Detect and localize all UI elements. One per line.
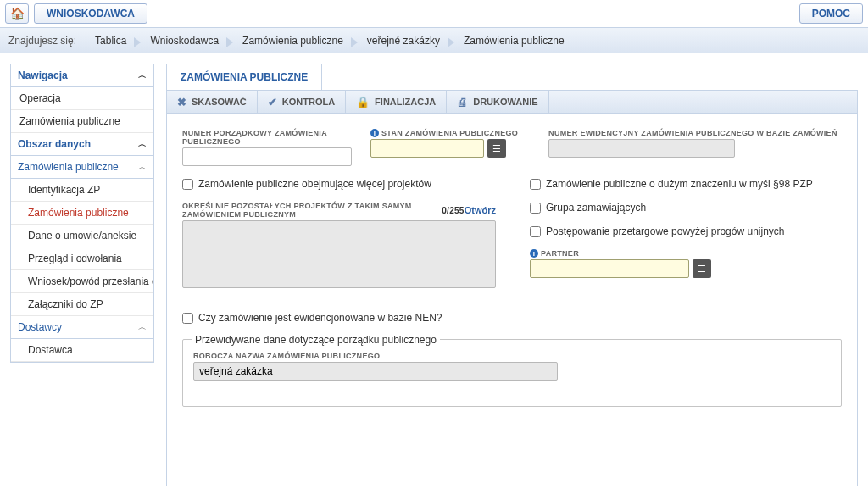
checkbox-group-label: Grupa zamawiających: [546, 202, 646, 214]
lookup-state-button[interactable]: ☰: [487, 139, 506, 158]
sidebar-subitem-reason[interactable]: Wniosek/powód przesłania do UOł: [11, 270, 153, 293]
help-button[interactable]: POMOC: [799, 3, 863, 24]
home-button[interactable]: 🏠: [5, 3, 29, 24]
checkbox-tender-above-label: Postępowanie przetargowe powyżej progów …: [546, 225, 785, 237]
sidebar-section-data-area[interactable]: Obszar danych ︿: [11, 133, 153, 156]
char-count: 0/255: [442, 206, 465, 215]
check-icon: ✔: [268, 96, 277, 108]
fieldset-legend: Przewidywane dane dotyczące porządku pub…: [192, 334, 440, 346]
sidebar-subitem-supplier[interactable]: Dostawca: [11, 339, 153, 362]
sidebar-subitem-attachments[interactable]: Załączniki do ZP: [11, 293, 153, 316]
checkbox-more-projects[interactable]: Zamówienie publiczne obejmujące więcej p…: [182, 178, 496, 190]
label-partner: i PARTNER: [530, 249, 842, 258]
chevron-up-icon: ︿: [138, 69, 147, 81]
toolbar-delete[interactable]: ✖ SKASOWAĆ: [167, 91, 258, 113]
breadcrumb: Znajdujesz się: Tablica Wnioskodawca Zam…: [0, 28, 868, 53]
sidebar-subitem-id-zp[interactable]: Identyfikacja ZP: [11, 179, 153, 202]
input-order-number[interactable]: [182, 147, 352, 166]
main: ZAMÓWIENIA PUBLICZNE ✖ SKASOWAĆ ✔ KONTRO…: [166, 64, 858, 486]
sidebar-zp-label: Zamówienia publiczne: [18, 161, 119, 173]
textarea-other-projects: [182, 220, 496, 288]
chevron-up-icon: ︿: [138, 161, 147, 173]
sidebar-item-operation[interactable]: Operacja: [11, 87, 153, 110]
info-icon: i: [370, 129, 379, 137]
checkbox-tender-above-input[interactable]: [530, 226, 541, 237]
info-icon: i: [530, 249, 538, 258]
lookup-partner-button[interactable]: ☰: [693, 259, 711, 278]
breadcrumb-label: Znajdujesz się:: [8, 35, 76, 47]
toolbar-print[interactable]: 🖨 DRUKOWANIE: [447, 91, 548, 113]
breadcrumb-item[interactable]: veřejné zakázky: [357, 35, 453, 47]
toolbar: ✖ SKASOWAĆ ✔ KONTROLA 🔒 FINALIZACJA 🖨 DR…: [166, 90, 858, 114]
tab-zp[interactable]: ZAMÓWIENIA PUBLICZNE: [166, 64, 322, 90]
input-state[interactable]: [370, 139, 484, 158]
checkbox-nen-label: Czy zamówienie jest ewidencjonowane w ba…: [198, 312, 442, 324]
toolbar-finalize[interactable]: 🔒 FINALIZACJA: [346, 91, 447, 113]
top-bar: 🏠 WNIOSKODAWCA POMOC: [0, 0, 868, 28]
delete-icon: ✖: [177, 96, 186, 108]
sidebar: Nawigacja ︿ Operacja Zamówienia publiczn…: [10, 64, 154, 363]
checkbox-nen[interactable]: Czy zamówienie jest ewidencjonowane w ba…: [182, 312, 496, 324]
sidebar-section-zp[interactable]: Zamówienia publiczne ︿: [11, 156, 153, 179]
fieldset-expected-data: Przewidywane dane dotyczące porządku pub…: [182, 339, 842, 407]
checkbox-tender-above[interactable]: Postępowanie przetargowe powyżej progów …: [530, 225, 842, 237]
checkbox-big-importance-label: Zamówienie publiczne o dużym znaczeniu w…: [546, 178, 813, 190]
toolbar-delete-label: SKASOWAĆ: [192, 97, 247, 107]
sidebar-data-area-label: Obszar danych: [18, 138, 91, 150]
checkbox-group-input[interactable]: [530, 203, 541, 214]
sidebar-subitem-zp[interactable]: Zamówienia publiczne: [11, 202, 153, 225]
breadcrumb-item[interactable]: Wnioskodawca: [140, 35, 232, 47]
print-icon: 🖨: [457, 96, 468, 108]
checkbox-group[interactable]: Grupa zamawiających: [530, 202, 842, 214]
sidebar-item-zp[interactable]: Zamówienia publiczne: [11, 110, 153, 133]
breadcrumb-item[interactable]: Zamówienia publiczne: [453, 35, 578, 47]
breadcrumb-item[interactable]: Tablica: [85, 35, 140, 47]
list-icon: ☰: [698, 264, 706, 275]
chevron-up-icon: ︿: [138, 321, 147, 333]
label-state: i STAN ZAMÓWIENIA PUBLICZNEGO: [370, 129, 518, 137]
list-icon: ☰: [492, 143, 501, 154]
lock-icon: 🔒: [356, 96, 370, 108]
chevron-up-icon: ︿: [138, 138, 147, 150]
checkbox-big-importance[interactable]: Zamówienie publiczne o dużym znaczeniu w…: [530, 178, 842, 190]
sidebar-section-navigation[interactable]: Nawigacja ︿: [11, 64, 153, 87]
checkbox-more-projects-input[interactable]: [182, 179, 193, 190]
label-order-number: NUMER PORZĄDKOWY ZAMÓWIENIA PUBLICZNEGO: [182, 129, 360, 146]
label-working-name: ROBOCZA NAZWA ZAMÓWIENIA PUBLICZNEGO: [193, 352, 831, 360]
form: NUMER PORZĄDKOWY ZAMÓWIENIA PUBLICZNEGO …: [166, 114, 858, 486]
home-icon: 🏠: [10, 7, 25, 20]
toolbar-print-label: DRUKOWANIE: [473, 97, 537, 107]
breadcrumb-item[interactable]: Zamówienia publiczne: [232, 35, 357, 47]
sidebar-navigation-label: Nawigacja: [18, 69, 68, 81]
checkbox-nen-input[interactable]: [182, 313, 193, 324]
applicant-button[interactable]: WNIOSKODAWCA: [34, 3, 147, 24]
checkbox-more-projects-label: Zamówienie publiczne obejmujące więcej p…: [198, 178, 431, 190]
toolbar-control[interactable]: ✔ KONTROLA: [258, 91, 346, 113]
label-other-projects: OKREŚLNIE POZOSTAŁYCH PROJEKTÓW Z TAKIM …: [182, 202, 465, 219]
sidebar-subitem-contract[interactable]: Dane o umowie/aneksie: [11, 225, 153, 247]
sidebar-subitem-review[interactable]: Przegląd i odwołania: [11, 247, 153, 270]
toolbar-control-label: KONTROLA: [282, 97, 335, 107]
input-partner[interactable]: [530, 259, 689, 278]
input-reg-number: [548, 139, 735, 158]
open-link[interactable]: Otwórz: [465, 205, 496, 215]
input-working-name: [193, 362, 558, 381]
toolbar-finalize-label: FINALIZACJA: [375, 97, 436, 107]
sidebar-section-suppliers[interactable]: Dostawcy ︿: [11, 316, 153, 339]
label-reg-number: NUMER EWIDENCYJNY ZAMÓWIENIA PUBLICZNEGO…: [548, 129, 837, 137]
sidebar-suppliers-label: Dostawcy: [18, 321, 62, 333]
checkbox-big-importance-input[interactable]: [530, 179, 541, 190]
